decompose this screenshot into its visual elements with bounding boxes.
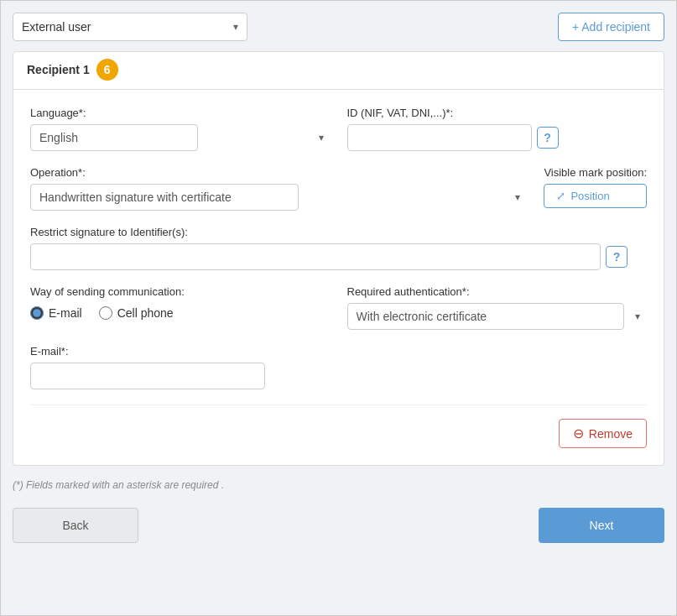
required-auth-select[interactable]: With electronic certificate Without auth… (347, 303, 624, 330)
id-input-wrapper: ? (347, 124, 648, 151)
language-group: Language*: English Spanish French German… (30, 107, 331, 151)
way-of-sending-group: Way of sending communication: E-mail Cel… (30, 285, 331, 330)
radio-group: E-mail Cell phone (30, 306, 331, 320)
visible-mark-group: Visible mark position: ⤢ Position (544, 166, 647, 211)
email-input[interactable] (30, 363, 265, 389)
email-field-label: E-mail*: (30, 345, 647, 358)
way-of-sending-label: Way of sending communication: (30, 285, 331, 298)
restrict-label: Restrict signature to Identifier(s): (30, 226, 647, 238)
chevron-down-icon: ▾ (233, 21, 238, 33)
divider (30, 405, 647, 405)
row-sending-auth: Way of sending communication: E-mail Cel… (30, 285, 647, 330)
next-button[interactable]: Next (539, 508, 664, 543)
select-arrow-icon: ▾ (319, 132, 324, 144)
required-auth-group: Required authentication*: With electroni… (347, 285, 648, 330)
operation-select-wrapper: Handwritten signature with certificate E… (30, 184, 527, 211)
required-auth-label: Required authentication*: (347, 285, 648, 298)
cellphone-radio[interactable] (99, 306, 112, 320)
user-type-label: External user (22, 20, 91, 34)
footer-note: (*) Fields marked with an asterisk are r… (13, 479, 664, 491)
cellphone-radio-label: Cell phone (117, 306, 174, 320)
id-help-button[interactable]: ? (537, 127, 559, 149)
position-icon: ⤢ (556, 190, 565, 202)
user-type-dropdown[interactable]: External user ▾ (13, 13, 247, 41)
restrict-help-button[interactable]: ? (606, 246, 628, 268)
row-operation-mark: Operation*: Handwritten signature with c… (30, 166, 647, 211)
remove-button[interactable]: ⊖ Remove (559, 419, 647, 448)
select-arrow-op-icon: ▾ (515, 191, 520, 203)
tab-recipient-1[interactable]: Recipient 1 6 (23, 49, 122, 92)
restrict-input[interactable] (30, 243, 601, 270)
cellphone-radio-item[interactable]: Cell phone (99, 306, 174, 320)
action-row: Back Next (13, 508, 664, 543)
tab-label: Recipient 1 (27, 63, 90, 76)
remove-row: ⊖ Remove (30, 419, 647, 448)
form-card: Language*: English Spanish French German… (13, 90, 664, 466)
email-field-group: E-mail*: (30, 345, 647, 389)
back-button[interactable]: Back (13, 508, 138, 543)
required-auth-select-wrapper: With electronic certificate Without auth… (347, 303, 648, 330)
top-bar: External user ▾ + Add recipient (13, 13, 664, 41)
select-arrow-auth-icon: ▾ (635, 311, 640, 322)
tab-badge: 6 (96, 59, 118, 81)
remove-btn-label: Remove (589, 427, 633, 441)
position-btn-label: Position (570, 190, 609, 202)
footer-note-text: (*) Fields marked with an asterisk are r… (13, 479, 224, 491)
position-button[interactable]: ⤢ Position (544, 184, 647, 208)
visible-mark-label: Visible mark position: (544, 166, 647, 179)
language-select-wrapper: English Spanish French German ▾ (30, 124, 331, 151)
language-label: Language*: (30, 107, 331, 119)
id-group: ID (NIF, VAT, DNI,...)*: ? (347, 107, 648, 151)
email-radio-label: E-mail (49, 306, 82, 320)
email-radio-item[interactable]: E-mail (30, 306, 82, 320)
id-label: ID (NIF, VAT, DNI,...)*: (347, 107, 648, 119)
add-recipient-button[interactable]: + Add recipient (558, 13, 664, 41)
language-select[interactable]: English Spanish French German (30, 124, 198, 151)
page-container: External user ▾ + Add recipient Recipien… (0, 0, 677, 616)
operation-select[interactable]: Handwritten signature with certificate E… (30, 184, 299, 211)
restrict-input-wrapper: ? (30, 243, 647, 270)
email-radio[interactable] (30, 306, 44, 320)
tabs-bar: Recipient 1 6 (13, 51, 664, 90)
operation-label: Operation*: (30, 166, 527, 179)
remove-icon: ⊖ (573, 425, 584, 441)
operation-group: Operation*: Handwritten signature with c… (30, 166, 527, 211)
restrict-group: Restrict signature to Identifier(s): ? (30, 226, 647, 270)
id-input[interactable] (347, 124, 532, 151)
row-language-id: Language*: English Spanish French German… (30, 107, 647, 151)
